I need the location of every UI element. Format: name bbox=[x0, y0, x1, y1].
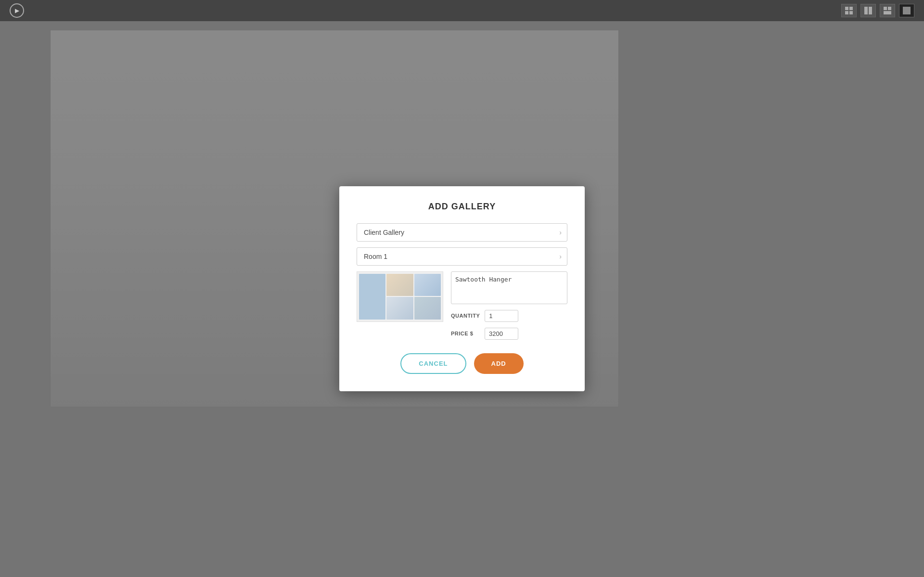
preview-cell-1 bbox=[359, 274, 385, 320]
price-label: PRICE $ bbox=[451, 331, 480, 336]
gallery-dropdown[interactable]: Client Gallery bbox=[357, 223, 567, 242]
product-section: QUANTITY PRICE $ bbox=[357, 271, 567, 340]
quantity-input[interactable] bbox=[485, 310, 518, 322]
price-row: PRICE $ bbox=[451, 328, 567, 340]
modal-actions: CANCEL ADD bbox=[357, 353, 567, 374]
preview-cell-3 bbox=[414, 274, 441, 296]
add-gallery-modal: ADD GALLERY Client Gallery › Room 1 › bbox=[339, 186, 585, 391]
modal-backdrop: ADD GALLERY Client Gallery › Room 1 › bbox=[0, 0, 924, 577]
room-dropdown-row: Room 1 › bbox=[357, 247, 567, 266]
gallery-dropdown-row: Client Gallery › bbox=[357, 223, 567, 242]
room-dropdown[interactable]: Room 1 bbox=[357, 247, 567, 266]
add-button[interactable]: ADD bbox=[474, 353, 524, 374]
modal-title: ADD GALLERY bbox=[357, 202, 567, 212]
price-input[interactable] bbox=[485, 328, 518, 340]
product-info: QUANTITY PRICE $ bbox=[451, 271, 567, 340]
preview-cell-4 bbox=[386, 297, 413, 320]
quantity-row: QUANTITY bbox=[451, 310, 567, 322]
product-notes-input[interactable] bbox=[451, 271, 567, 304]
product-preview bbox=[357, 271, 443, 322]
preview-cell-2 bbox=[386, 274, 413, 296]
cancel-button[interactable]: CANCEL bbox=[400, 353, 466, 374]
preview-cell-5 bbox=[414, 297, 441, 320]
quantity-label: QUANTITY bbox=[451, 313, 480, 319]
